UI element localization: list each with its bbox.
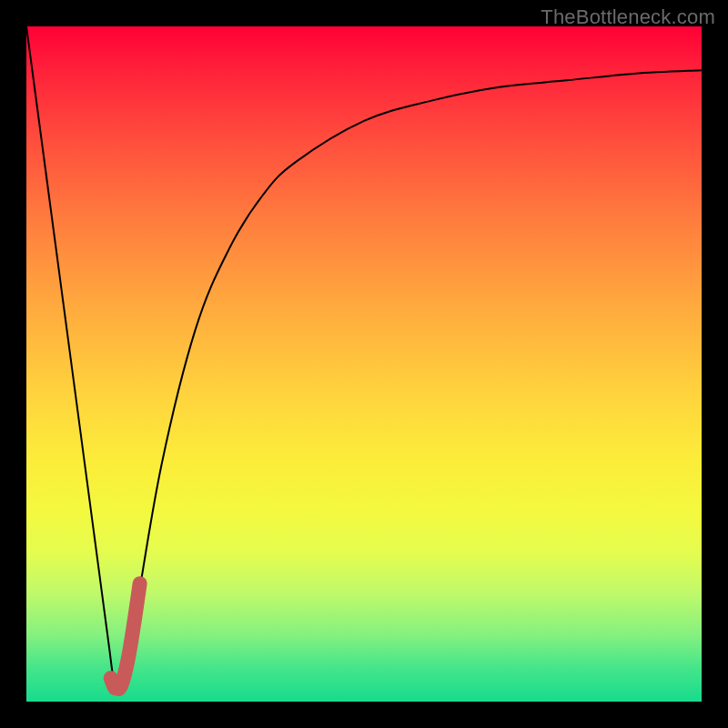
plot-area: [26, 26, 702, 702]
curve-layer: [26, 26, 702, 702]
bottleneck-curve: [26, 26, 702, 693]
highlight-segment: [111, 583, 140, 689]
chart-frame: TheBottleneck.com: [0, 0, 728, 728]
watermark-text: TheBottleneck.com: [541, 5, 715, 29]
